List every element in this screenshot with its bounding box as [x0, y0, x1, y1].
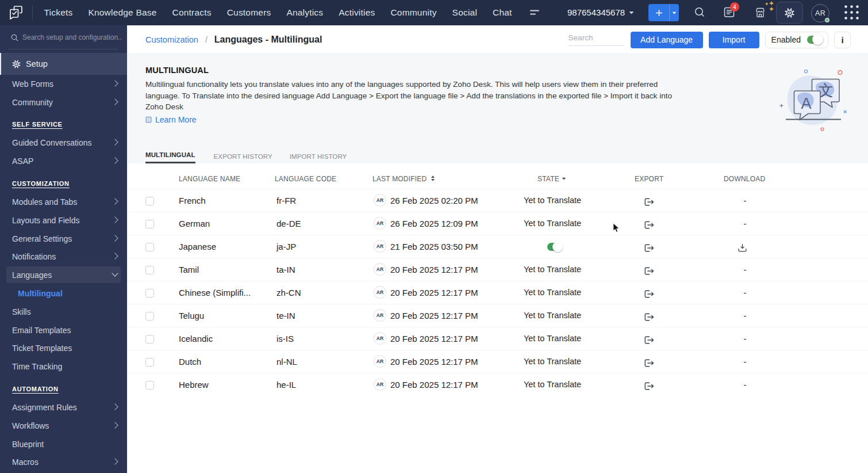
- svg-text:A: A: [801, 95, 811, 112]
- svg-text:文: 文: [819, 82, 834, 99]
